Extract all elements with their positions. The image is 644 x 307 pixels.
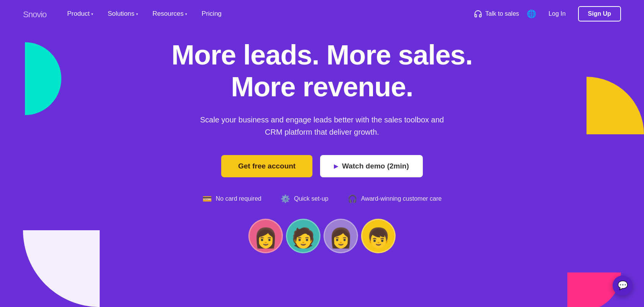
headset-icon xyxy=(474,10,482,18)
login-button[interactable]: Log In xyxy=(544,7,570,20)
chevron-down-icon: ▾ xyxy=(91,12,93,16)
nav-product[interactable]: Product ▾ xyxy=(62,7,99,21)
navbar: Snovio Product ▾ Solutions ▾ Resources ▾… xyxy=(0,0,644,28)
get-free-account-button[interactable]: Get free account xyxy=(221,155,312,177)
avatar: 👦 xyxy=(361,219,396,253)
hero-title: More leads. More sales. More revenue. xyxy=(150,39,495,103)
signup-button[interactable]: Sign Up xyxy=(578,6,621,21)
avatar: 👩 xyxy=(324,219,358,253)
badge-no-card: 💳 No card required xyxy=(202,194,261,203)
chevron-down-icon: ▾ xyxy=(185,12,187,16)
avatar: 👩 xyxy=(248,219,283,253)
talk-to-sales-button[interactable]: Talk to sales xyxy=(474,10,519,18)
globe-icon[interactable]: 🌐 xyxy=(527,9,536,18)
logo-text: Snovio xyxy=(23,8,46,20)
badge-customer-care: 🎧 Award-winning customer care xyxy=(348,194,442,203)
nav-solutions[interactable]: Solutions ▾ xyxy=(102,7,143,21)
chat-icon: 💬 xyxy=(618,281,628,290)
watch-demo-button[interactable]: ▶ Watch demo (2min) xyxy=(320,155,423,177)
pink-shape xyxy=(567,272,621,307)
nav-links: Product ▾ Solutions ▾ Resources ▾ Pricin… xyxy=(62,7,474,21)
avatar: 🧑 xyxy=(286,219,320,253)
logo[interactable]: Snovio xyxy=(23,8,46,20)
headset-icon: 🎧 xyxy=(348,194,357,203)
nav-resources[interactable]: Resources ▾ xyxy=(147,7,192,21)
trust-badges: 💳 No card required ⚙️ Quick set-up 🎧 Awa… xyxy=(202,194,442,203)
nav-right: Talk to sales 🌐 Log In Sign Up xyxy=(474,6,621,21)
cta-buttons: Get free account ▶ Watch demo (2min) xyxy=(221,155,422,177)
badge-quick-setup: ⚙️ Quick set-up xyxy=(281,194,329,203)
hero-section: More leads. More sales. More revenue. Sc… xyxy=(0,28,644,253)
chat-bubble-button[interactable]: 💬 xyxy=(613,276,632,295)
nav-pricing[interactable]: Pricing xyxy=(196,7,227,21)
avatars-section: 👩 🧑 👩 👦 xyxy=(248,219,396,253)
credit-card-icon: 💳 xyxy=(202,194,212,203)
chevron-down-icon: ▾ xyxy=(136,12,138,16)
play-icon: ▶ xyxy=(334,163,338,169)
settings-icon: ⚙️ xyxy=(281,194,290,203)
hero-subtitle: Scale your business and engage leads bet… xyxy=(192,114,452,138)
